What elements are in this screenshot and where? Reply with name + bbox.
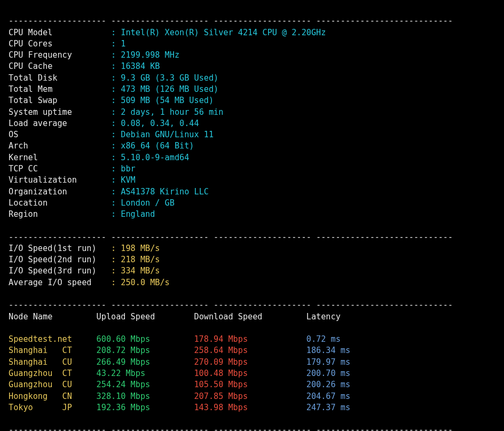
io-key: I/O Speed(3rd run) <box>9 266 111 276</box>
sys-row: CPU Frequency : 2199.998 MHz <box>9 50 499 61</box>
sys-row: CPU Cores : 1 <box>9 38 499 50</box>
sys-row: CPU Model : Intel(R) Xeon(R) Silver 4214… <box>9 27 499 38</box>
sys-key: Load average <box>9 119 111 128</box>
io-row: Average I/O speed : 250.0 MB/s <box>9 277 499 288</box>
sys-key: Region <box>9 209 111 219</box>
sys-row: Total Disk : 9.3 GB (3.3 GB Used) <box>9 73 499 84</box>
sys-key: Location <box>9 198 111 208</box>
speed-upload: 254.24 Mbps <box>97 380 194 389</box>
speed-row: Shanghai CU 266.49 Mbps 270.09 Mbps 179.… <box>9 357 499 368</box>
io-value: 198 MB/s <box>121 244 160 253</box>
speed-latency: 204.67 ms <box>306 391 350 401</box>
sys-row: Location : London / GB <box>9 198 499 209</box>
sys-key: Kernel <box>9 153 111 162</box>
sys-value: 509 MB (54 MB Used) <box>121 96 214 105</box>
col-latency: Latency <box>306 312 341 322</box>
sys-key: Total Disk <box>9 73 111 83</box>
sys-key: Arch <box>9 141 111 151</box>
speed-download: 143.98 Mbps <box>194 403 306 412</box>
speed-node: Speedtest.net <box>9 334 97 344</box>
speed-download: 100.48 Mbps <box>194 369 306 378</box>
col-upload: Upload Speed <box>97 312 155 322</box>
speed-latency: 186.34 ms <box>306 346 350 355</box>
sys-key: Organization <box>9 187 111 197</box>
sys-key: TCP CC <box>9 164 111 174</box>
sys-value: KVM <box>121 175 135 185</box>
sys-row: Region : England <box>9 209 499 220</box>
sys-value: AS41378 Kirino LLC <box>121 187 209 197</box>
speed-download: 178.94 Mbps <box>194 334 306 344</box>
speed-download: 105.50 Mbps <box>194 380 306 389</box>
sys-value: x86_64 (64 Bit) <box>121 141 194 151</box>
col-download: Download Speed <box>194 312 262 322</box>
speed-node: Hongkong CN <box>9 391 97 401</box>
io-value: 334 MB/s <box>121 266 160 276</box>
speed-latency: 247.37 ms <box>306 403 350 412</box>
speed-row: Hongkong CN 328.10 Mbps 207.85 Mbps 204.… <box>9 391 499 402</box>
sys-key: CPU Frequency <box>9 50 111 60</box>
speed-row: Guangzhou CT 43.22 Mbps 100.48 Mbps 200.… <box>9 368 499 379</box>
speed-upload: 192.36 Mbps <box>97 403 194 412</box>
sys-row: System uptime : 2 days, 1 hour 56 min <box>9 107 499 118</box>
sys-value: Intel(R) Xeon(R) Silver 4214 CPU @ 2.20G… <box>121 28 326 37</box>
speedtest-block: Speedtest.net 600.60 Mbps 178.94 Mbps 0.… <box>9 334 499 413</box>
sys-row: CPU Cache : 16384 KB <box>9 61 499 72</box>
sys-value: 473 MB (126 MB Used) <box>121 84 218 94</box>
sys-value: 5.10.0-9-amd64 <box>121 153 189 162</box>
speed-node: Shanghai CT <box>9 346 97 355</box>
sys-value: 0.08, 0.34, 0.44 <box>121 119 199 128</box>
speedtest-header-row: Node Name Upload Speed Download Speed La… <box>9 311 499 323</box>
speed-latency: 200.70 ms <box>306 369 350 378</box>
speed-upload: 600.60 Mbps <box>97 334 194 344</box>
io-value: 218 MB/s <box>121 255 160 264</box>
sys-key: CPU Cores <box>9 39 111 49</box>
system-info-block: CPU Model : Intel(R) Xeon(R) Silver 4214… <box>9 27 499 221</box>
speed-row: Tokyo JP 192.36 Mbps 143.98 Mbps 247.37 … <box>9 402 499 413</box>
speed-upload: 208.72 Mbps <box>97 346 194 355</box>
col-node: Node Name <box>9 312 52 322</box>
sys-row: TCP CC : bbr <box>9 163 499 175</box>
speed-row: Shanghai CT 208.72 Mbps 258.64 Mbps 186.… <box>9 345 499 356</box>
io-row: I/O Speed(2nd run) : 218 MB/s <box>9 254 499 265</box>
sys-value: bbr <box>121 164 135 174</box>
sys-row: Kernel : 5.10.0-9-amd64 <box>9 152 499 163</box>
sys-value: Debian GNU/Linux 11 <box>121 130 214 139</box>
speed-download: 258.64 Mbps <box>194 346 306 355</box>
sys-value: 9.3 GB (3.3 GB Used) <box>121 73 218 83</box>
speed-latency: 0.72 ms <box>306 334 341 344</box>
sys-value: England <box>121 209 155 219</box>
sys-value: 2 days, 1 hour 56 min <box>121 107 223 117</box>
sys-row: Arch : x86_64 (64 Bit) <box>9 140 499 152</box>
sys-value: London / GB <box>121 198 175 208</box>
speed-download: 207.85 Mbps <box>194 391 306 401</box>
io-key: I/O Speed(2nd run) <box>9 255 111 264</box>
sys-row: Total Swap : 509 MB (54 MB Used) <box>9 95 499 106</box>
sys-key: CPU Model <box>9 28 111 37</box>
sys-row: Load average : 0.08, 0.34, 0.44 <box>9 118 499 129</box>
speed-node: Guangzhou CT <box>9 369 97 378</box>
sys-value: 2199.998 MHz <box>121 50 179 60</box>
io-row: I/O Speed(3rd run) : 334 MB/s <box>9 265 499 277</box>
sys-row: Virtualization : KVM <box>9 175 499 186</box>
io-key: Average I/O speed <box>9 278 111 287</box>
terminal-output: -------------------- -------------------… <box>0 0 504 431</box>
speed-upload: 266.49 Mbps <box>97 357 194 367</box>
speed-latency: 200.26 ms <box>306 380 350 389</box>
sys-row: Total Mem : 473 MB (126 MB Used) <box>9 84 499 95</box>
speed-latency: 179.97 ms <box>306 357 350 367</box>
sys-key: Total Swap <box>9 96 111 105</box>
sys-row: Organization : AS41378 Kirino LLC <box>9 186 499 198</box>
divider: -------------------- -------------------… <box>9 232 453 242</box>
speed-node: Guangzhou CU <box>9 380 97 389</box>
sys-value: 16384 KB <box>121 61 160 71</box>
speed-upload: 43.22 Mbps <box>97 369 194 378</box>
speed-row: Speedtest.net 600.60 Mbps 178.94 Mbps 0.… <box>9 334 499 345</box>
divider: -------------------- -------------------… <box>9 16 453 26</box>
speed-node: Shanghai CU <box>9 357 97 367</box>
io-speed-block: I/O Speed(1st run) : 198 MB/sI/O Speed(2… <box>9 243 499 288</box>
io-value: 250.0 MB/s <box>121 278 169 287</box>
speed-row: Guangzhou CU 254.24 Mbps 105.50 Mbps 200… <box>9 379 499 390</box>
speed-download: 270.09 Mbps <box>194 357 306 367</box>
sys-key: Virtualization <box>9 175 111 185</box>
sys-value: 1 <box>121 39 125 49</box>
